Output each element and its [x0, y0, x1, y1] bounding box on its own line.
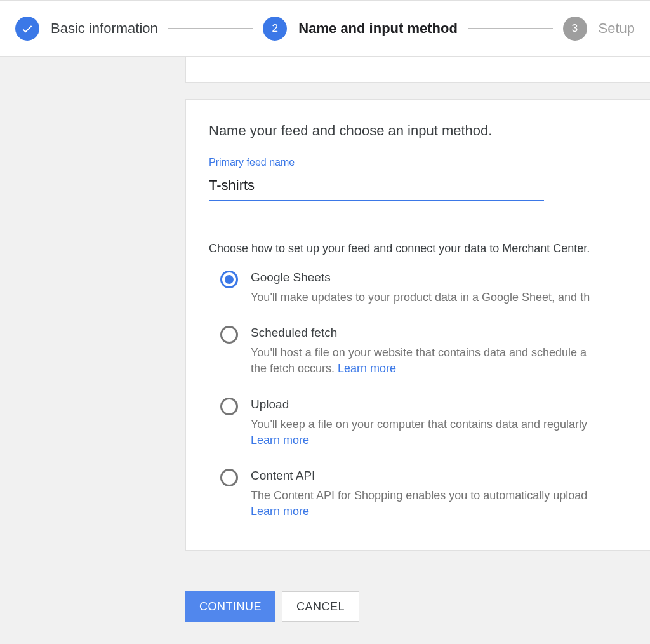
feed-setup-card: Name your feed and choose an input metho… — [185, 99, 650, 551]
radio-desc-line1: You'll keep a file on your computer that… — [251, 418, 587, 431]
radio-icon — [220, 271, 238, 288]
cancel-button[interactable]: CANCEL — [282, 591, 359, 622]
radio-desc-line1: The Content API for Shopping enables you… — [251, 489, 587, 502]
radio-desc: You'll keep a file on your computer that… — [251, 417, 644, 448]
step-setup[interactable]: 3 Setup — [563, 17, 635, 41]
page-area: Name your feed and choose an input metho… — [0, 57, 650, 551]
radio-text: Upload You'll keep a file on your comput… — [251, 398, 644, 448]
card-title: Name your feed and choose an input metho… — [209, 123, 644, 139]
feed-name-label: Primary feed name — [209, 157, 644, 168]
previous-card-stub — [185, 57, 650, 83]
feed-name-input[interactable] — [209, 173, 544, 201]
radio-desc: You'll make updates to your product data… — [251, 290, 644, 305]
step-number-icon: 3 — [563, 17, 587, 41]
button-row: CONTINUE CANCEL — [0, 591, 650, 622]
radio-icon — [220, 398, 238, 415]
radio-inner-icon — [225, 275, 234, 284]
radio-title: Google Sheets — [251, 271, 644, 285]
check-icon — [15, 17, 39, 41]
radio-option-google-sheets[interactable]: Google Sheets You'll make updates to you… — [209, 271, 644, 305]
learn-more-link[interactable]: Learn more — [251, 434, 309, 446]
step-name-and-input-method[interactable]: 2 Name and input method — [263, 17, 458, 41]
stepper-bar: Basic information 2 Name and input metho… — [0, 0, 650, 57]
radio-option-content-api[interactable]: Content API The Content API for Shopping… — [209, 469, 644, 520]
continue-button[interactable]: CONTINUE — [185, 591, 275, 622]
learn-more-link[interactable]: Learn more — [338, 362, 396, 375]
step-connector — [468, 28, 553, 29]
radio-option-scheduled-fetch[interactable]: Scheduled fetch You'll host a file on yo… — [209, 326, 644, 377]
radio-text: Google Sheets You'll make updates to you… — [251, 271, 644, 305]
radio-desc-line2: the fetch occurs. — [251, 362, 338, 375]
step-label: Name and input method — [298, 20, 458, 37]
step-basic-information[interactable]: Basic information — [15, 17, 158, 41]
radio-option-upload[interactable]: Upload You'll keep a file on your comput… — [209, 398, 644, 448]
radio-text: Content API The Content API for Shopping… — [251, 469, 644, 520]
step-connector — [168, 28, 253, 29]
step-label: Setup — [599, 20, 635, 37]
step-number-icon: 2 — [263, 17, 287, 41]
radio-title: Scheduled fetch — [251, 326, 644, 340]
choose-method-text: Choose how to set up your feed and conne… — [209, 242, 644, 255]
radio-desc-line1: You'll host a file on your website that … — [251, 346, 587, 359]
radio-text: Scheduled fetch You'll host a file on yo… — [251, 326, 644, 377]
radio-icon — [220, 326, 238, 344]
learn-more-link[interactable]: Learn more — [251, 505, 309, 518]
step-label: Basic information — [51, 20, 158, 37]
radio-title: Content API — [251, 469, 644, 483]
radio-icon — [220, 469, 238, 486]
radio-desc: The Content API for Shopping enables you… — [251, 488, 644, 520]
radio-title: Upload — [251, 398, 644, 412]
radio-desc: You'll host a file on your website that … — [251, 345, 644, 377]
